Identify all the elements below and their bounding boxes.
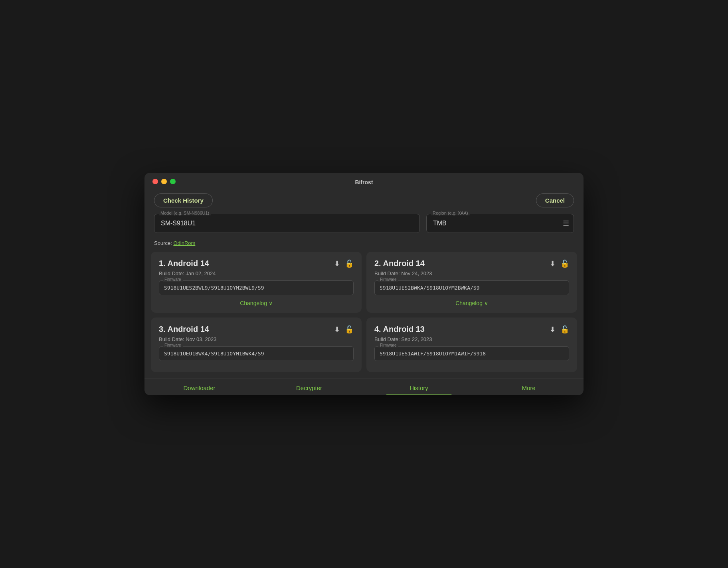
card-4-firmware-label: Firmware (378, 343, 398, 347)
nav-decrypter[interactable]: Decrypter (254, 379, 364, 395)
minimize-button[interactable] (161, 179, 167, 184)
card-1-firmware-field: Firmware (159, 280, 354, 295)
close-button[interactable] (152, 179, 158, 184)
firmware-card-4: 4. Android 13 ⬇ 🔓 Build Date: Sep 22, 20… (366, 318, 577, 372)
download-icon-1[interactable]: ⬇ (334, 259, 340, 268)
card-4-firmware-field: Firmware (374, 346, 569, 361)
traffic-lights (152, 179, 176, 184)
card-2-firmware-input[interactable] (374, 280, 569, 295)
nav-downloader-label: Downloader (183, 385, 215, 391)
check-history-button[interactable]: Check History (154, 193, 213, 207)
nav-more[interactable]: More (474, 379, 584, 395)
card-1-firmware-input[interactable] (159, 280, 354, 295)
nav-history-label: History (410, 385, 428, 391)
card-1-header: 1. Android 14 ⬇ 🔓 (159, 259, 354, 268)
region-input-wrapper: ☰ (426, 214, 574, 233)
lock-icon-3[interactable]: 🔓 (345, 325, 354, 334)
lock-icon-4[interactable]: 🔓 (560, 325, 569, 334)
region-field-group: Region (e.g. XAA) ☰ (426, 214, 574, 233)
lock-icon-2[interactable]: 🔓 (560, 259, 569, 268)
card-2-changelog-button[interactable]: Changelog ∨ (455, 300, 488, 306)
region-field-label: Region (e.g. XAA) (431, 211, 470, 215)
card-3-firmware-label: Firmware (163, 343, 183, 347)
window-title: Bifrost (355, 179, 373, 185)
card-2-header: 2. Android 14 ⬇ 🔓 (374, 259, 569, 268)
nav-more-label: More (522, 385, 535, 391)
card-2-actions: ⬇ 🔓 (550, 259, 569, 268)
card-4-title: 4. Android 13 (374, 325, 425, 334)
firmware-card-3: 3. Android 14 ⬇ 🔓 Build Date: Nov 03, 20… (151, 318, 362, 372)
card-3-title: 3. Android 14 (159, 325, 209, 334)
cancel-button[interactable]: Cancel (536, 193, 574, 207)
card-2-firmware-label: Firmware (378, 277, 398, 282)
nav-history[interactable]: History (364, 379, 474, 395)
nav-downloader[interactable]: Downloader (144, 379, 254, 395)
card-4-actions: ⬇ 🔓 (550, 325, 569, 334)
lock-icon-1[interactable]: 🔓 (345, 259, 354, 268)
card-1-firmware-label: Firmware (163, 277, 183, 282)
card-1-build-date: Build Date: Jan 02, 2024 (159, 270, 354, 276)
card-1-actions: ⬇ 🔓 (334, 259, 354, 268)
form-row: Model (e.g. SM-N986U1) Region (e.g. XAA)… (144, 214, 584, 238)
card-1-title: 1. Android 14 (159, 259, 209, 268)
firmware-card-1: 1. Android 14 ⬇ 🔓 Build Date: Jan 02, 20… (151, 252, 362, 313)
source-link[interactable]: OdinRom (173, 240, 195, 246)
zoom-button[interactable] (170, 179, 176, 184)
card-2-title: 2. Android 14 (374, 259, 425, 268)
nav-decrypter-label: Decrypter (296, 385, 322, 391)
app-window: Bifrost Check History Cancel Model (e.g.… (144, 173, 584, 395)
card-1-changelog-button[interactable]: Changelog ∨ (240, 300, 273, 306)
source-prefix: Source: (154, 240, 173, 246)
card-3-actions: ⬇ 🔓 (334, 325, 354, 334)
region-input[interactable] (426, 214, 574, 233)
source-row: Source: OdinRom (144, 238, 584, 252)
card-2-firmware-field: Firmware (374, 280, 569, 295)
download-icon-3[interactable]: ⬇ (334, 325, 340, 334)
download-icon-4[interactable]: ⬇ (550, 325, 556, 334)
card-3-firmware-field: Firmware (159, 346, 354, 361)
card-4-firmware-input[interactable] (374, 346, 569, 361)
card-3-firmware-input[interactable] (159, 346, 354, 361)
card-4-build-date: Build Date: Sep 22, 2023 (374, 336, 569, 342)
download-icon-2[interactable]: ⬇ (550, 259, 556, 268)
card-4-header: 4. Android 13 ⬇ 🔓 (374, 325, 569, 334)
firmware-grid: 1. Android 14 ⬇ 🔓 Build Date: Jan 02, 20… (144, 252, 584, 379)
model-field-label: Model (e.g. SM-N986U1) (159, 211, 211, 215)
model-input[interactable] (154, 214, 420, 233)
card-3-header: 3. Android 14 ⬇ 🔓 (159, 325, 354, 334)
card-2-changelog-row: Changelog ∨ (374, 300, 569, 306)
card-2-build-date: Build Date: Nov 24, 2023 (374, 270, 569, 276)
bottom-nav: Downloader Decrypter History More (144, 379, 584, 395)
titlebar: Bifrost (144, 173, 584, 190)
card-1-changelog-row: Changelog ∨ (159, 300, 354, 306)
firmware-card-2: 2. Android 14 ⬇ 🔓 Build Date: Nov 24, 20… (366, 252, 577, 313)
card-3-build-date: Build Date: Nov 03, 2023 (159, 336, 354, 342)
model-field-group: Model (e.g. SM-N986U1) (154, 214, 420, 233)
